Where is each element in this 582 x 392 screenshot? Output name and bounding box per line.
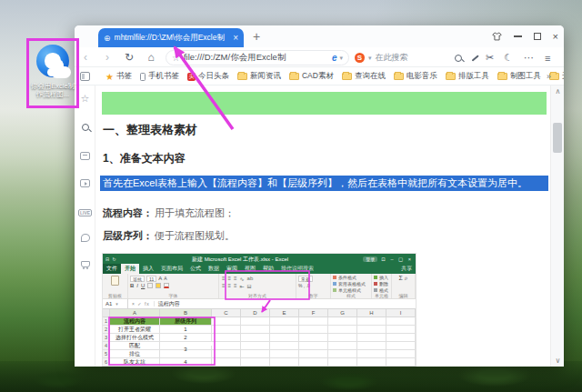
bookmark-item[interactable]: 手机书签: [140, 71, 179, 82]
tab-review: 审阅: [223, 264, 241, 274]
clipboard-group: 剪贴板: [103, 274, 128, 298]
more-dots-icon[interactable]: ⋯: [524, 50, 534, 65]
search-box[interactable]: S ▾ 在此搜索: [355, 50, 408, 65]
star-icon: ★: [105, 72, 114, 82]
bookmark-item[interactable]: 排版工具: [446, 71, 489, 82]
tab-home: 开始: [121, 264, 139, 274]
bookmark-item[interactable]: CAD素材: [289, 71, 334, 82]
browser-tab[interactable]: ⊕ mhtmlfile://D:\ZM\你会用Excle制 ×: [98, 28, 244, 47]
url-text[interactable]: file:///D:/ZM/你会用Excle制: [184, 52, 329, 64]
editing-group: Σ ⌕ 编辑: [392, 274, 416, 298]
selected-text-line: 首先在Excel表格上输入【流程内容】和【层级序列】，然后在表格中就把所有文本设…: [100, 176, 548, 191]
tab-bar: ⊕ mhtmlfile://D:\ZM\你会用Excle制 × + ×: [75, 25, 564, 47]
reader-icon[interactable]: [75, 151, 95, 162]
bookmark-item[interactable]: 电影音乐: [394, 71, 437, 82]
cart-icon[interactable]: [75, 258, 95, 269]
home-icon[interactable]: ⌂: [140, 51, 162, 64]
sheet-row: 4匹配3: [103, 342, 416, 350]
sheet-row: 1流程内容层级序列: [103, 317, 416, 326]
bookmarks-overflow-chevron[interactable]: »: [547, 72, 551, 81]
formula-icons: × ✓ fx: [128, 301, 155, 307]
excel-ribbon: 剪贴板 等线 11 AA BIU 字体: [103, 274, 416, 299]
sheet-row: 2打开王者荣耀1: [103, 326, 416, 334]
phone-icon: [140, 73, 146, 81]
menu-hamburger-icon[interactable]: ≡: [545, 50, 550, 65]
tab-view: 视图: [241, 264, 259, 274]
qq-browser-icon: [36, 45, 69, 77]
theme-shirt-icon[interactable]: [492, 32, 502, 41]
search-engine-icon[interactable]: S: [355, 53, 365, 63]
toutiao-icon: 头: [187, 73, 196, 81]
sheet-row: 3选择打什么模式2: [103, 334, 416, 342]
translate-pen-icon[interactable]: [471, 50, 479, 65]
bookmark-item[interactable]: 无: [549, 71, 564, 82]
chevron-down-icon[interactable]: ▾: [339, 55, 343, 62]
desktop: { "annotation_color": "#e13ce1", "deskto…: [0, 0, 582, 392]
quick-access-icons: ⊟ ↻: [105, 256, 117, 262]
messages-icon[interactable]: [75, 233, 95, 244]
scroll-up-icon[interactable]: ∧: [551, 87, 565, 95]
sheet-row: 6队友太坑4: [103, 358, 416, 367]
forward-icon[interactable]: ›: [96, 51, 118, 64]
close-icon[interactable]: ×: [553, 32, 558, 41]
screenshot-scissors-icon[interactable]: ✂: [486, 50, 494, 65]
window-controls: ×: [492, 30, 558, 43]
navigation-toolbar: ‹ › ↻ ⌂ ☆ file:///D:/ZM/你会用Excle制 e ▾ S …: [75, 47, 564, 67]
excel-window-controls: ⊡ – ▢ ×: [381, 256, 413, 262]
maximize-icon[interactable]: [534, 33, 541, 40]
folder-icon: [446, 73, 456, 80]
browser-logo[interactable]: [80, 28, 95, 44]
tab-page-layout: 页面布局: [157, 264, 186, 274]
tell-me-box: 操作说明搜索: [277, 264, 317, 274]
night-mode-moon-icon[interactable]: ☾: [504, 50, 513, 65]
bookmark-star-icon[interactable]: ☆: [172, 53, 180, 63]
shortcut-label: 你会用Excle制 作流程图...: [31, 82, 75, 98]
ie-mode-icon[interactable]: e: [332, 53, 337, 63]
green-highlight-block: [102, 92, 547, 115]
bookmark-item[interactable]: 新闻资讯: [237, 71, 281, 82]
search-lens-icon[interactable]: [455, 50, 462, 65]
tab-insert: 插入: [139, 264, 157, 274]
folder-icon: [237, 73, 247, 80]
tab-close-icon[interactable]: ×: [233, 33, 238, 43]
side-panel-icon[interactable]: [80, 72, 90, 81]
refresh-icon[interactable]: ↻: [118, 51, 140, 64]
bookmark-item[interactable]: 头今日头条: [187, 71, 229, 82]
search-placeholder[interactable]: 在此搜索: [376, 52, 408, 64]
address-bar[interactable]: ☆ file:///D:/ZM/你会用Excle制 e ▾: [166, 50, 349, 65]
bookmark-item[interactable]: ★书签: [105, 71, 132, 82]
formula-bar: A1▾ × ✓ fx 流程内容: [103, 299, 416, 309]
video-icon[interactable]: [75, 178, 95, 189]
chevron-down-icon[interactable]: ▾: [368, 55, 372, 62]
paste-icon: [111, 276, 119, 286]
cells-group: 插入 删除 格式 单元格: [372, 274, 392, 298]
share-button: 共享: [397, 264, 416, 274]
number-format-box: 常规: [298, 276, 313, 282]
name-box: A1▾: [103, 299, 128, 308]
number-group: 常规 % , .0 数字: [296, 274, 331, 298]
alignment-group: ≡≡≡∿ab ≡≡≡⇤⊟ 对齐方式: [219, 274, 296, 298]
bookmarks-bar: ★书签 手机书签 头今日头条 新闻资讯 CAD素材 查询在线 电影音乐 排版工具…: [75, 68, 564, 85]
bookmark-item[interactable]: 制图工具: [497, 71, 541, 82]
desktop-shortcut-qq-browser-file[interactable]: 你会用Excle制 作流程图...: [26, 38, 79, 108]
section-heading: 一、整理表格素材: [103, 122, 197, 138]
side-toolbar: ☆ LIVE <|: [75, 85, 95, 367]
page-content: 一、整理表格素材 1、准备文本内容 首先在Excel表格上输入【流程内容】和【层…: [95, 85, 550, 367]
browser-window: ⊕ mhtmlfile://D:\ZM\你会用Excle制 × + × ‹ › …: [75, 25, 564, 367]
font-size-box: 11: [146, 276, 156, 282]
new-tab-button[interactable]: +: [253, 29, 260, 44]
minimize-icon[interactable]: [514, 35, 522, 37]
folder-icon: [497, 73, 507, 80]
scroll-thumb[interactable]: [553, 123, 562, 153]
scrollbar[interactable]: ∧ ∨: [550, 85, 564, 367]
excel-screenshot-image: ⊟ ↻ 新建 Microsoft Excel 工作表.xlsx - Excel …: [103, 254, 416, 367]
live-icon[interactable]: LIVE: [75, 206, 95, 216]
search-lens-icon[interactable]: [75, 122, 95, 133]
tab-file: 文件: [103, 264, 121, 274]
bookmark-item[interactable]: 查询在线: [342, 71, 386, 82]
fill-color-icon: [156, 283, 161, 288]
excel-window-title: 新建 Microsoft Excel 工作表.xlsx - Excel: [117, 256, 364, 264]
formula-value: 流程内容: [155, 300, 180, 308]
scroll-down-icon[interactable]: ∨: [551, 357, 565, 365]
styles-group: 条件格式 套用表格格式 单元格样式 样式: [331, 274, 372, 298]
